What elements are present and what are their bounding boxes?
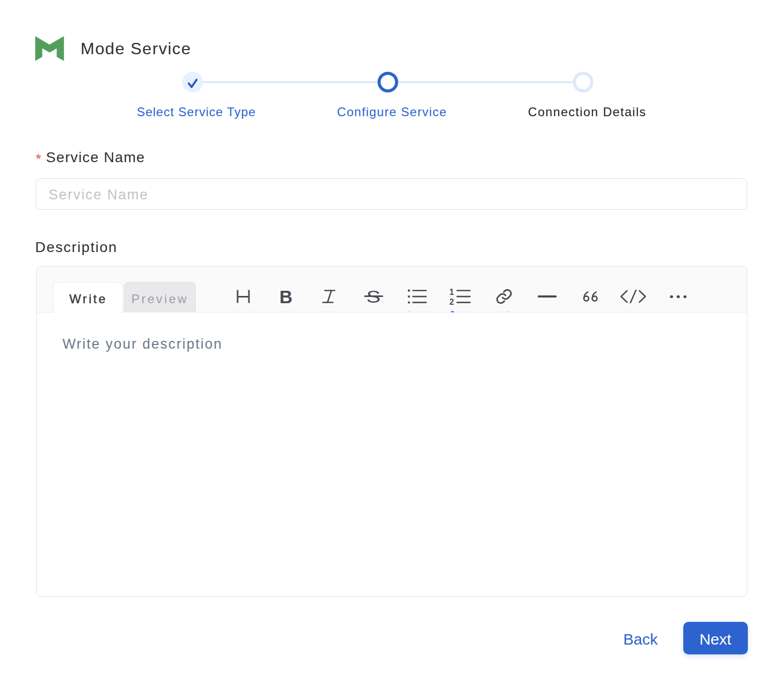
- svg-text:1: 1: [449, 288, 454, 296]
- svg-text:2: 2: [449, 297, 454, 305]
